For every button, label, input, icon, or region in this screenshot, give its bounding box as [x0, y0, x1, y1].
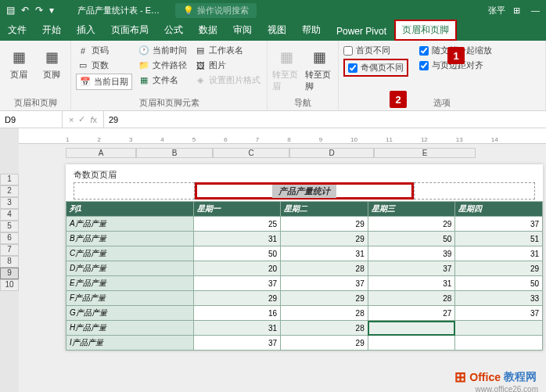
- picture-button[interactable]: 🖼图片: [193, 59, 262, 72]
- current-time-button[interactable]: 🕐当前时间: [137, 44, 189, 57]
- page-count-button[interactable]: ▭页数: [76, 59, 132, 72]
- sheet-name-button[interactable]: ▤工作表名: [193, 44, 262, 57]
- cell[interactable]: 29: [455, 261, 543, 276]
- redo-icon[interactable]: ↷: [35, 5, 43, 16]
- cell[interactable]: 28: [281, 306, 368, 321]
- table-header[interactable]: 星期三: [368, 202, 455, 217]
- cell[interactable]: 50: [193, 246, 281, 261]
- table-header[interactable]: 星期二: [281, 202, 368, 217]
- tab-power-pivot[interactable]: Power Pivot: [329, 22, 394, 41]
- col-header[interactable]: C: [213, 148, 289, 158]
- qat-more-icon[interactable]: ▾: [49, 5, 54, 16]
- confirm-icon[interactable]: ✓: [78, 114, 85, 124]
- tab-home[interactable]: 开始: [34, 20, 69, 41]
- cell[interactable]: 29: [368, 217, 455, 232]
- tab-insert[interactable]: 插入: [69, 20, 103, 41]
- table-header[interactable]: 星期四: [455, 202, 543, 217]
- cell[interactable]: 29: [281, 291, 368, 306]
- row-label[interactable]: F产品产量: [66, 291, 194, 306]
- name-box[interactable]: D9: [0, 111, 63, 128]
- formula-input[interactable]: 29: [104, 115, 546, 124]
- header-button[interactable]: ▦ 页眉: [5, 44, 33, 84]
- row-label[interactable]: B产品产量: [66, 232, 194, 246]
- row-label[interactable]: A产品产量: [66, 217, 194, 232]
- tab-data[interactable]: 数据: [191, 20, 225, 41]
- table-header[interactable]: 列1: [66, 202, 194, 217]
- row-header[interactable]: 3: [0, 197, 19, 209]
- row-header[interactable]: 8: [0, 256, 19, 268]
- cancel-icon[interactable]: ×: [69, 115, 74, 124]
- file-path-button[interactable]: 📁文件路径: [137, 59, 189, 72]
- row-label[interactable]: H产品产量: [66, 321, 194, 336]
- cell[interactable]: 29: [281, 232, 368, 246]
- col-header[interactable]: A: [66, 148, 136, 158]
- col-header[interactable]: E: [374, 148, 476, 158]
- col-header[interactable]: B: [136, 148, 213, 158]
- cell[interactable]: 33: [455, 291, 543, 306]
- col-header[interactable]: D: [289, 148, 374, 158]
- tab-view[interactable]: 视图: [260, 20, 294, 41]
- cell[interactable]: 37: [193, 276, 281, 291]
- row-header[interactable]: 4: [0, 209, 19, 221]
- cell[interactable]: 31: [368, 276, 455, 291]
- row-header[interactable]: 1: [0, 174, 19, 185]
- cell[interactable]: 50: [368, 232, 455, 246]
- cell[interactable]: [455, 321, 543, 336]
- cell[interactable]: 28: [368, 291, 455, 306]
- minimize-icon[interactable]: —: [531, 5, 540, 16]
- cell[interactable]: 16: [193, 306, 281, 321]
- footer-button[interactable]: ▦ 页脚: [38, 44, 66, 84]
- cell[interactable]: 29: [281, 336, 368, 351]
- cell[interactable]: 31: [193, 321, 281, 336]
- tab-page-layout[interactable]: 页面布局: [103, 20, 156, 41]
- diff-first-page-checkbox[interactable]: 首页不同: [343, 44, 408, 57]
- row-label[interactable]: I产品产量: [66, 336, 194, 351]
- tab-formulas[interactable]: 公式: [156, 20, 191, 41]
- cell[interactable]: 28: [281, 321, 368, 336]
- diff-odd-even-checkbox[interactable]: 奇偶页不同: [343, 59, 408, 77]
- cell[interactable]: 31: [193, 232, 281, 246]
- row-label[interactable]: D产品产量: [66, 261, 194, 276]
- tab-file[interactable]: 文件: [0, 20, 34, 41]
- page-number-button[interactable]: #页码: [76, 44, 132, 57]
- cell[interactable]: 39: [368, 246, 455, 261]
- row-header[interactable]: 5: [0, 221, 19, 232]
- header-left-box[interactable]: [74, 182, 195, 200]
- cell[interactable]: 29: [193, 291, 281, 306]
- header-center-box[interactable]: 产品产量统计: [195, 182, 414, 200]
- tab-help[interactable]: 帮助: [294, 20, 329, 41]
- tab-header-footer[interactable]: 页眉和页脚: [394, 20, 457, 41]
- row-label[interactable]: C产品产量: [66, 246, 194, 261]
- row-label[interactable]: G产品产量: [66, 306, 194, 321]
- undo-icon[interactable]: ↶: [21, 5, 29, 16]
- tell-me-search[interactable]: 💡 操作说明搜索: [175, 3, 257, 18]
- current-date-button[interactable]: 📅当前日期: [76, 74, 132, 90]
- cell[interactable]: 31: [281, 246, 368, 261]
- cell[interactable]: 28: [281, 261, 368, 276]
- cell[interactable]: [455, 336, 543, 351]
- save-icon[interactable]: ▤: [6, 5, 15, 16]
- goto-footer-button[interactable]: ▦ 转至页脚: [305, 44, 333, 95]
- cell[interactable]: 37: [368, 261, 455, 276]
- row-header[interactable]: 2: [0, 185, 19, 197]
- cell[interactable]: 27: [368, 306, 455, 321]
- user-name[interactable]: 张平: [488, 5, 505, 16]
- file-name-button[interactable]: ▦文件名: [137, 74, 189, 87]
- cell[interactable]: [368, 321, 455, 336]
- cell[interactable]: 37: [455, 306, 543, 321]
- cell[interactable]: 25: [193, 217, 281, 232]
- cell[interactable]: 31: [455, 246, 543, 261]
- cell[interactable]: 29: [281, 217, 368, 232]
- row-header[interactable]: 9: [0, 268, 19, 279]
- fx-icon[interactable]: fx: [90, 115, 97, 124]
- cell[interactable]: 37: [281, 276, 368, 291]
- row-header[interactable]: 7: [0, 244, 19, 256]
- row-label[interactable]: E产品产量: [66, 276, 194, 291]
- row-header[interactable]: 10: [0, 279, 19, 291]
- ribbon-options-icon[interactable]: ⊞: [513, 5, 520, 16]
- tab-review[interactable]: 审阅: [225, 20, 260, 41]
- row-header[interactable]: 6: [0, 232, 19, 244]
- cell[interactable]: 20: [193, 261, 281, 276]
- table-header[interactable]: 星期一: [193, 202, 281, 217]
- cell[interactable]: 37: [455, 217, 543, 232]
